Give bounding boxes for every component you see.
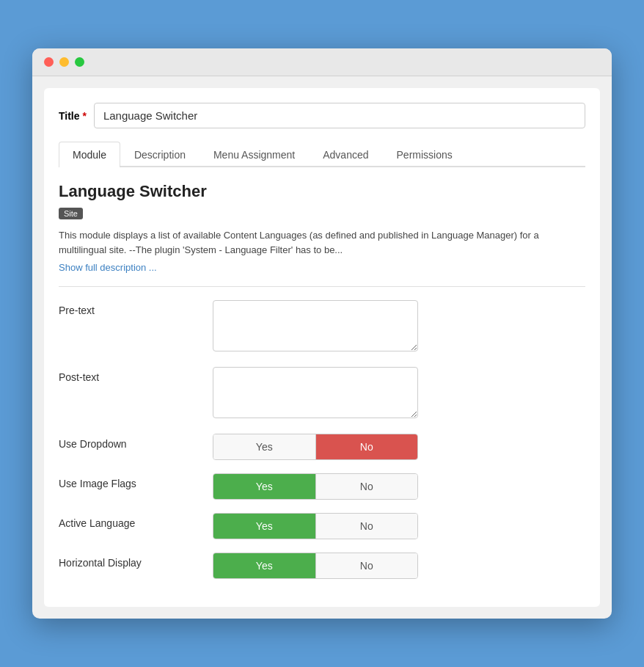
- use-dropdown-no[interactable]: No: [316, 434, 418, 459]
- show-full-description-link[interactable]: Show full description ...: [59, 262, 157, 273]
- title-required-marker: *: [82, 110, 86, 122]
- use-dropdown-row: Use Dropdown Yes No: [59, 434, 585, 460]
- post-text-row: Post-text: [59, 367, 585, 420]
- title-label-text: Title: [59, 110, 80, 122]
- post-text-label: Post-text: [59, 367, 198, 383]
- tab-permissions[interactable]: Permissions: [383, 142, 466, 167]
- active-language-toggle: Yes No: [213, 513, 418, 539]
- module-title: Language Switcher: [59, 182, 585, 201]
- title-input[interactable]: [94, 103, 585, 128]
- site-badge: Site: [59, 208, 83, 219]
- horizontal-display-row: Horizontal Display Yes No: [59, 553, 585, 579]
- horizontal-display-yes[interactable]: Yes: [213, 553, 315, 578]
- post-text-control: [213, 367, 418, 420]
- use-image-flags-no[interactable]: No: [316, 474, 418, 499]
- active-language-control: Yes No: [213, 513, 418, 539]
- use-dropdown-toggle: Yes No: [213, 434, 418, 460]
- maximize-button[interactable]: [75, 57, 84, 67]
- tabs-bar: Module Description Menu Assignment Advan…: [59, 142, 585, 167]
- main-content: Title * Module Description Menu Assignme…: [44, 88, 600, 607]
- titlebar: [32, 48, 612, 76]
- pre-text-row: Pre-text: [59, 300, 585, 354]
- active-language-yes[interactable]: Yes: [213, 514, 315, 539]
- use-image-flags-control: Yes No: [213, 473, 418, 500]
- post-text-input[interactable]: [213, 367, 418, 418]
- close-button[interactable]: [44, 57, 54, 67]
- pre-text-input[interactable]: [213, 300, 418, 351]
- app-window: Title * Module Description Menu Assignme…: [32, 48, 612, 619]
- title-row: Title *: [59, 103, 585, 128]
- active-language-row: Active Language Yes No: [59, 513, 585, 539]
- use-dropdown-control: Yes No: [213, 434, 418, 460]
- tab-description[interactable]: Description: [120, 142, 200, 167]
- horizontal-display-no[interactable]: No: [316, 553, 418, 578]
- active-language-no[interactable]: No: [316, 514, 418, 539]
- tab-module[interactable]: Module: [59, 142, 120, 167]
- active-language-label: Active Language: [59, 513, 198, 529]
- tab-menu-assignment[interactable]: Menu Assignment: [200, 142, 309, 167]
- pre-text-label: Pre-text: [59, 300, 198, 316]
- divider: [59, 286, 585, 287]
- use-dropdown-label: Use Dropdown: [59, 434, 198, 450]
- tab-advanced[interactable]: Advanced: [309, 142, 382, 167]
- horizontal-display-toggle: Yes No: [213, 553, 418, 579]
- use-image-flags-row: Use Image Flags Yes No: [59, 473, 585, 500]
- use-image-flags-yes[interactable]: Yes: [213, 474, 315, 499]
- horizontal-display-control: Yes No: [213, 553, 418, 579]
- description-text: This module displays a list of available…: [59, 228, 585, 257]
- horizontal-display-label: Horizontal Display: [59, 553, 198, 569]
- minimize-button[interactable]: [59, 57, 69, 67]
- use-image-flags-label: Use Image Flags: [59, 473, 198, 489]
- pre-text-control: [213, 300, 418, 354]
- title-label: Title *: [59, 110, 87, 122]
- use-dropdown-yes[interactable]: Yes: [213, 434, 315, 459]
- use-image-flags-toggle: Yes No: [213, 473, 418, 500]
